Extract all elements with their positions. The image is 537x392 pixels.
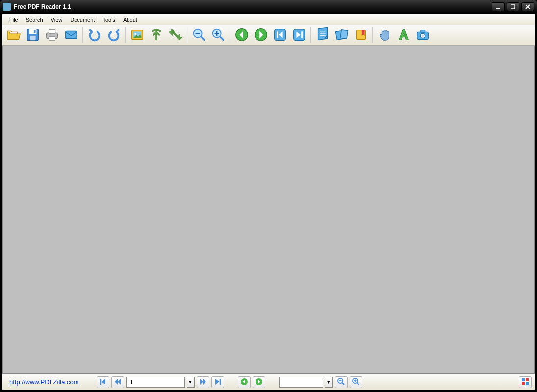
zoom-in-button[interactable] — [209, 26, 228, 44]
svg-rect-52 — [526, 382, 529, 385]
picture-icon — [130, 27, 145, 43]
zoom-input[interactable] — [279, 377, 323, 388]
hand-icon — [377, 27, 392, 43]
redo-button[interactable] — [104, 26, 123, 44]
save-button[interactable] — [24, 26, 42, 44]
minimize-button[interactable] — [492, 2, 505, 11]
forward-icon — [199, 377, 207, 387]
zoom-out-status-button[interactable] — [335, 376, 348, 388]
rewind-icon — [113, 377, 122, 387]
nav-back-icon — [240, 377, 249, 387]
rotate-ccw-button[interactable] — [147, 26, 166, 44]
titlebar[interactable]: Free PDF Reader 1.1 — [0, 0, 537, 14]
toolbar-separator — [372, 27, 373, 43]
prev-button[interactable] — [232, 26, 251, 44]
menu-view[interactable]: View — [47, 16, 67, 24]
app-window: Free PDF Reader 1.1 File Search View Doc… — [0, 0, 537, 392]
page-number-input[interactable] — [126, 377, 185, 388]
first-page-status-button[interactable] — [97, 376, 109, 388]
svg-rect-32 — [340, 29, 348, 39]
envelope-icon — [64, 27, 78, 43]
print-button[interactable] — [43, 26, 61, 44]
multi-page-icon — [334, 27, 349, 43]
svg-rect-9 — [49, 29, 55, 33]
first-page-button[interactable] — [271, 26, 289, 44]
last-page-button[interactable] — [290, 26, 308, 44]
svg-line-43 — [342, 383, 344, 385]
svg-line-16 — [201, 36, 205, 40]
last-page-status-button[interactable] — [211, 376, 224, 388]
svg-rect-49 — [522, 378, 525, 381]
text-select-button[interactable] — [394, 26, 413, 44]
window-controls — [492, 2, 534, 11]
hand-tool-button[interactable] — [375, 26, 394, 44]
open-button[interactable] — [4, 26, 23, 44]
svg-rect-51 — [522, 382, 525, 385]
rotate-cw-button[interactable] — [166, 26, 185, 44]
snapshot-button[interactable] — [413, 26, 432, 44]
toolbar-separator — [187, 27, 188, 43]
zoom-out-icon — [192, 27, 206, 43]
undo-button[interactable] — [85, 26, 104, 44]
skip-first-icon — [99, 377, 107, 387]
printer-icon — [45, 27, 59, 43]
floppy-disk-icon — [26, 27, 40, 43]
rotate-side-icon — [168, 27, 183, 43]
arrow-left-circle-icon — [234, 27, 249, 43]
arrow-right-circle-icon — [254, 27, 268, 43]
menu-tools[interactable]: Tools — [99, 16, 119, 24]
text-a-icon — [396, 27, 411, 43]
svg-rect-10 — [49, 36, 55, 40]
email-button[interactable] — [62, 26, 80, 44]
svg-rect-1 — [511, 5, 515, 9]
app-icon — [3, 3, 11, 11]
svg-rect-6 — [30, 35, 35, 40]
chevron-down-icon: ▾ — [327, 379, 330, 385]
toolbar-separator — [125, 27, 126, 43]
next-page-status-button[interactable] — [197, 376, 209, 388]
chevron-down-icon: ▾ — [189, 379, 192, 385]
prev-page-status-button[interactable] — [111, 376, 124, 388]
page-dropdown[interactable]: ▾ — [187, 377, 195, 388]
document-workspace[interactable] — [2, 46, 535, 374]
zoom-out-button[interactable] — [190, 26, 208, 44]
next-button[interactable] — [252, 26, 270, 44]
svg-line-19 — [220, 36, 224, 40]
svg-rect-50 — [526, 378, 529, 381]
svg-rect-11 — [66, 31, 77, 38]
folder-open-icon — [6, 27, 21, 43]
website-link[interactable]: http://www.PDFZilla.com — [5, 378, 83, 386]
grid-icon — [521, 377, 530, 387]
menu-file[interactable]: File — [5, 16, 22, 24]
layout-grid-button[interactable] — [519, 376, 532, 388]
statusbar: http://www.PDFZilla.com ▾ ▾ — [2, 374, 535, 390]
continuous-page-button[interactable] — [332, 26, 351, 44]
zoom-dropdown[interactable]: ▾ — [325, 377, 333, 388]
single-page-button[interactable] — [313, 26, 332, 44]
nav-back-button[interactable] — [238, 376, 251, 388]
nav-forward-icon — [255, 377, 263, 387]
toolbar — [2, 25, 535, 46]
zoom-in-small-icon — [352, 377, 360, 387]
bookmark-icon — [354, 27, 368, 43]
zoom-in-status-button[interactable] — [350, 376, 362, 388]
redo-arrow-icon — [106, 27, 121, 43]
window-title: Free PDF Reader 1.1 — [14, 3, 492, 10]
toolbar-separator — [82, 27, 83, 43]
menu-search[interactable]: Search — [22, 16, 47, 24]
undo-arrow-icon — [87, 27, 102, 43]
svg-rect-35 — [420, 30, 425, 32]
maximize-button[interactable] — [507, 2, 519, 11]
content-area: File Search View Document Tools About — [2, 14, 535, 390]
menu-about[interactable]: About — [119, 16, 141, 24]
nav-forward-button[interactable] — [253, 376, 265, 388]
svg-point-14 — [134, 33, 136, 35]
zoom-out-small-icon — [337, 377, 346, 387]
bookmark-button[interactable] — [352, 26, 370, 44]
skip-last-icon — [213, 377, 222, 387]
close-button[interactable] — [521, 2, 534, 11]
svg-rect-7 — [34, 30, 36, 33]
image-button[interactable] — [128, 26, 147, 44]
first-page-icon — [273, 27, 287, 43]
menu-document[interactable]: Document — [66, 16, 99, 24]
